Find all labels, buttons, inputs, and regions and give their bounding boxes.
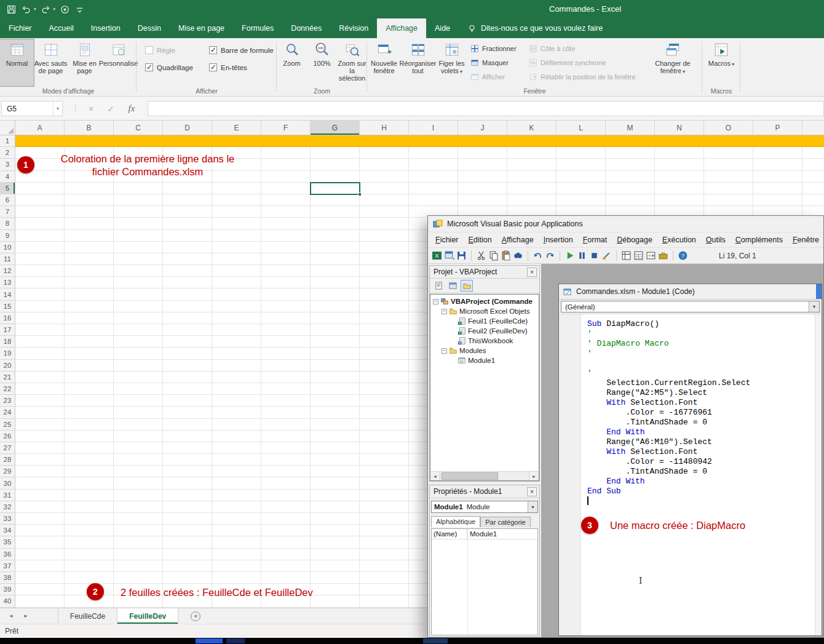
cell-c19[interactable] — [114, 348, 163, 359]
row-header-9[interactable]: 9 — [0, 230, 15, 242]
find-icon[interactable] — [513, 250, 523, 261]
cell-b21[interactable] — [65, 372, 114, 383]
cell-b10[interactable] — [65, 242, 114, 253]
cell-b32[interactable] — [65, 501, 114, 513]
run-icon[interactable] — [565, 250, 575, 261]
cell-k6[interactable] — [507, 194, 557, 206]
cell-i1[interactable] — [409, 135, 458, 147]
cell-g38[interactable] — [311, 572, 360, 584]
cell-f10[interactable] — [261, 242, 311, 253]
code-line[interactable]: ' DiapMacro Macro — [587, 339, 750, 349]
cell-d23[interactable] — [163, 395, 212, 407]
retablir-la-position-de-la-fenetre-button[interactable]: Rétablir la position de la fenêtre — [527, 70, 653, 84]
cell-h6[interactable] — [360, 194, 409, 206]
properties-object-selector[interactable]: Module1 Module ▼ — [431, 501, 538, 513]
cell-e22[interactable] — [212, 383, 261, 395]
cell-b23[interactable] — [65, 395, 114, 407]
row-header-36[interactable]: 36 — [0, 549, 15, 560]
cell-d28[interactable] — [163, 454, 212, 466]
row-header-5[interactable]: 5 — [0, 183, 15, 194]
row-header-27[interactable]: 27 — [0, 442, 15, 454]
cell-h27[interactable] — [360, 442, 409, 454]
tree-item-feuil1-feuillecde[interactable]: XFeuil1 (FeuilleCde) — [430, 316, 539, 326]
cell-n1[interactable] — [655, 135, 704, 147]
cell-g20[interactable] — [311, 360, 360, 372]
row-header-28[interactable]: 28 — [0, 454, 15, 466]
afficher-button[interactable]: Afficher — [469, 70, 527, 84]
cell-q6[interactable] — [802, 194, 824, 206]
cell-g33[interactable] — [311, 513, 360, 525]
cell-b37[interactable] — [65, 560, 114, 572]
cell-n6[interactable] — [655, 194, 704, 206]
column-header-q[interactable]: Q — [802, 121, 824, 135]
cell-g10[interactable] — [311, 242, 360, 253]
cell-d15[interactable] — [163, 301, 212, 312]
cell-k5[interactable] — [507, 183, 557, 194]
cell-a6[interactable] — [15, 194, 65, 206]
cell-h38[interactable] — [360, 572, 409, 584]
cell-h26[interactable] — [360, 431, 409, 442]
cell-d32[interactable] — [163, 501, 212, 513]
cell-e14[interactable] — [212, 288, 261, 300]
cell-p3[interactable] — [753, 159, 802, 170]
scroll-thumb[interactable] — [442, 472, 498, 480]
cell-h29[interactable] — [360, 466, 409, 477]
cell-f23[interactable] — [261, 395, 311, 407]
cancel-icon[interactable]: × — [82, 101, 100, 116]
cell-m4[interactable] — [606, 171, 655, 183]
cell-d19[interactable] — [163, 348, 212, 359]
cell-f30[interactable] — [261, 477, 311, 489]
scroll-right-icon[interactable]: ► — [529, 472, 539, 480]
cell-o4[interactable] — [704, 171, 753, 183]
cell-n3[interactable] — [655, 159, 704, 170]
cell-a28[interactable] — [15, 454, 65, 466]
tell-me-box[interactable]: Dites-nous ce que vous voulez faire — [467, 18, 603, 38]
properties-tab-par-categorie[interactable]: Par catégorie — [480, 517, 530, 527]
project-hscrollbar[interactable]: ◄ ► — [430, 471, 539, 481]
cell-b15[interactable] — [65, 301, 114, 312]
row-header-21[interactable]: 21 — [0, 372, 15, 383]
cell-e17[interactable] — [212, 324, 261, 336]
cell-e11[interactable] — [212, 253, 261, 265]
cell-g34[interactable] — [311, 525, 360, 536]
cell-b20[interactable] — [65, 360, 114, 372]
cell-f3[interactable] — [261, 159, 311, 170]
cell-d29[interactable] — [163, 466, 212, 477]
help-icon[interactable]: ? — [678, 250, 688, 261]
taskbar-icon[interactable] — [423, 638, 448, 643]
cell-g11[interactable] — [311, 253, 360, 265]
cell-m3[interactable] — [606, 159, 655, 170]
sheet-nav-right-icon[interactable]: ► — [23, 613, 28, 619]
cell-e38[interactable] — [212, 572, 261, 584]
cell-d10[interactable] — [163, 242, 212, 253]
tab-revision[interactable]: Révision — [330, 18, 377, 38]
cell-d9[interactable] — [163, 230, 212, 242]
cell-a9[interactable] — [15, 230, 65, 242]
cell-h5[interactable] — [360, 183, 409, 194]
sheet-tab-feuillecde[interactable]: FeuilleCde — [58, 608, 117, 624]
cell-c6[interactable] — [114, 194, 163, 206]
row-header-18[interactable]: 18 — [0, 336, 15, 348]
vbe-excel-icon[interactable]: X — [432, 250, 442, 261]
tab-donnees[interactable]: Données — [282, 18, 330, 38]
cell-f24[interactable] — [261, 407, 311, 418]
cell-h36[interactable] — [360, 549, 409, 560]
code-line[interactable]: Sub DiapMacro() — [587, 319, 750, 329]
column-header-h[interactable]: H — [360, 121, 409, 135]
cell-h13[interactable] — [360, 277, 409, 288]
code-window-titlebar[interactable]: Commandes.xlsm - Module1 (Code) — [559, 284, 822, 300]
cell-c22[interactable] — [114, 383, 163, 395]
fractionner-button[interactable]: Fractionner — [469, 41, 527, 55]
cell-h2[interactable] — [360, 147, 409, 159]
touch-mode-icon[interactable] — [60, 4, 70, 15]
sheet-tab-feuilledev[interactable]: FeuilleDev — [117, 608, 178, 624]
vba-menu-complements[interactable]: Compléments — [731, 236, 788, 244]
vba-menu-affichage[interactable]: Affichage — [497, 236, 539, 244]
cell-h20[interactable] — [360, 360, 409, 372]
cell-b22[interactable] — [65, 383, 114, 395]
cell-c32[interactable] — [114, 501, 163, 513]
cell-c27[interactable] — [114, 442, 163, 454]
cell-c26[interactable] — [114, 431, 163, 442]
cell-c17[interactable] — [114, 324, 163, 336]
cell-g29[interactable] — [311, 466, 360, 477]
